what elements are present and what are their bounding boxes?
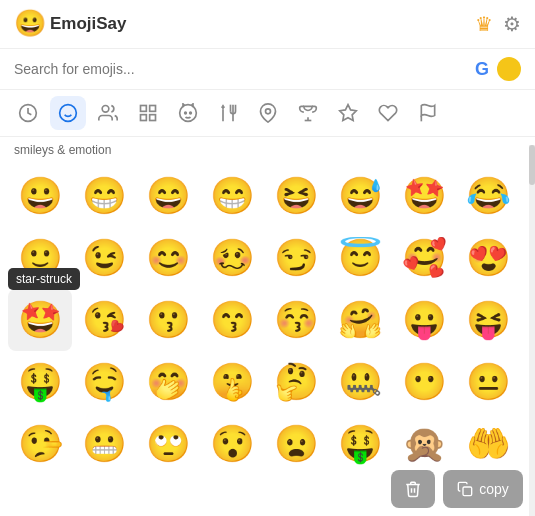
tab-symbols[interactable] [370, 96, 406, 130]
svg-rect-7 [141, 115, 147, 121]
svg-point-14 [266, 109, 271, 114]
emoji-cell[interactable]: 🙂 [8, 227, 72, 289]
emoji-cell[interactable]: 🤩 [392, 165, 456, 227]
svg-rect-5 [141, 106, 147, 112]
emoji-cell[interactable]: 😬 [72, 413, 136, 475]
emoji-cell[interactable]: 🤥 [8, 413, 72, 475]
tab-objects[interactable] [330, 96, 366, 130]
search-input[interactable] [14, 61, 467, 77]
emoji-cell[interactable]: 😇 [328, 227, 392, 289]
scroll-thumb[interactable] [529, 145, 535, 185]
copy-label: copy [479, 481, 509, 497]
scroll-track[interactable] [529, 145, 535, 516]
tab-people[interactable] [90, 96, 126, 130]
emoji-cell-star-struck[interactable]: 🤩 [8, 289, 72, 351]
settings-icon[interactable]: ⚙ [503, 12, 521, 36]
header: 😀 EmojiSay ♛ ⚙ [0, 0, 535, 49]
emoji-cell[interactable]: 😉 [72, 227, 136, 289]
section-label: smileys & emotion [0, 137, 535, 161]
emoji-cell[interactable]: 🤤 [72, 351, 136, 413]
emoji-grid: 😀 😁 😄 😁 😆 😅 🤩 😂 🙂 😉 😊 🥴 😏 😇 🥰 😍 🤩 😘 😗 😙 … [0, 161, 535, 479]
emoji-cell[interactable]: 🤔 [264, 351, 328, 413]
emoji-cell[interactable]: 🤑 [8, 351, 72, 413]
emoji-cell[interactable]: 😘 [72, 289, 136, 351]
tab-activities[interactable] [290, 96, 326, 130]
emoji-cell[interactable]: 🤫 [200, 351, 264, 413]
emoji-cell[interactable]: 😁 [200, 165, 264, 227]
svg-marker-16 [340, 105, 357, 121]
emoji-cell[interactable]: 😏 [264, 227, 328, 289]
emoji-cell[interactable]: 🥰 [392, 227, 456, 289]
tab-travel[interactable] [250, 96, 286, 130]
svg-point-4 [102, 106, 109, 113]
emoji-cell[interactable]: 😝 [456, 289, 520, 351]
emoji-cell[interactable]: 🤐 [328, 351, 392, 413]
app-title: EmojiSay [50, 14, 475, 34]
emoji-cell[interactable]: 😄 [136, 165, 200, 227]
svg-rect-6 [150, 106, 156, 112]
google-icon[interactable]: G [475, 59, 489, 80]
emoji-row: 🤩 😘 😗 😙 😚 🤗 😛 😝 [8, 289, 527, 351]
copy-button[interactable]: copy [443, 470, 523, 508]
emoji-cell[interactable]: 🙄 [136, 413, 200, 475]
delete-button[interactable] [391, 470, 435, 508]
header-icons: ♛ ⚙ [475, 12, 521, 36]
tab-recent[interactable] [10, 96, 46, 130]
emoji-cell[interactable]: 😊 [136, 227, 200, 289]
emoji-cell[interactable]: 🤗 [328, 289, 392, 351]
tab-flags[interactable] [410, 96, 446, 130]
emoji-row: 🤑 🤤 🤭 🤫 🤔 🤐 😶 😐 [8, 351, 527, 413]
emoji-cell[interactable]: 😙 [200, 289, 264, 351]
crown-icon[interactable]: ♛ [475, 12, 493, 36]
emoji-cell[interactable]: 🤭 [136, 351, 200, 413]
svg-point-1 [60, 105, 77, 122]
emoji-cell[interactable]: 😗 [136, 289, 200, 351]
emoji-cell[interactable]: 😐 [456, 351, 520, 413]
emoji-cell[interactable]: 😂 [456, 165, 520, 227]
emoji-row: 😀 😁 😄 😁 😆 😅 🤩 😂 [8, 165, 527, 227]
category-tabs [0, 90, 535, 137]
emoji-row: 🙂 😉 😊 🥴 😏 😇 🥰 😍 [8, 227, 527, 289]
svg-rect-8 [150, 115, 156, 121]
emoji-cell[interactable]: 😁 [72, 165, 136, 227]
user-avatar[interactable] [497, 57, 521, 81]
emoji-cell[interactable]: 😅 [328, 165, 392, 227]
emoji-cell[interactable]: 🥴 [200, 227, 264, 289]
emoji-cell[interactable]: 😯 [200, 413, 264, 475]
emoji-cell[interactable]: 😍 [456, 227, 520, 289]
app-logo: 😀 [14, 10, 42, 38]
emoji-cell[interactable]: 😀 [8, 165, 72, 227]
emoji-cell[interactable]: 😛 [392, 289, 456, 351]
tab-food[interactable] [210, 96, 246, 130]
svg-rect-18 [463, 487, 472, 496]
tab-smileys[interactable] [50, 96, 86, 130]
emoji-cell[interactable]: 😚 [264, 289, 328, 351]
tab-components[interactable] [130, 96, 166, 130]
search-bar: G [0, 49, 535, 90]
bottom-action-bar: copy [379, 462, 535, 516]
emoji-cell[interactable]: 😆 [264, 165, 328, 227]
tab-animals[interactable] [170, 96, 206, 130]
emoji-cell[interactable]: 😶 [392, 351, 456, 413]
emoji-cell[interactable]: 😦 [264, 413, 328, 475]
